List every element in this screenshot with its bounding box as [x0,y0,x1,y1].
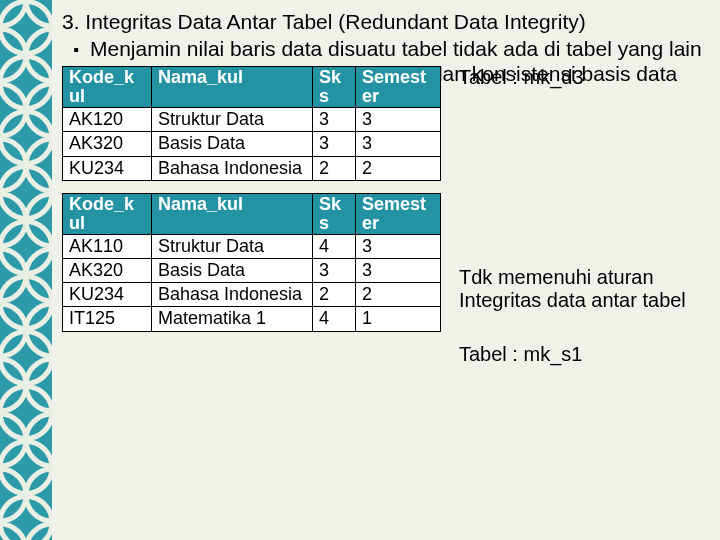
caption-table1: Tabel : mk_d3 [459,66,710,90]
cell: AK110 [63,234,152,258]
cell: 3 [356,108,441,132]
cell: Bahasa Indonesia [152,156,313,180]
col-header-semester: Semester [356,67,441,108]
cell: 2 [356,283,441,307]
col-header-nama: Nama_kul [152,193,313,234]
cell: KU234 [63,156,152,180]
cell: 3 [313,108,356,132]
caption-table2: Tabel : mk_s1 [459,343,710,367]
cell: Matematika 1 [152,307,313,331]
cell: Bahasa Indonesia [152,283,313,307]
cell: 4 [313,234,356,258]
cell: 1 [356,307,441,331]
col-header-kode: Kode_kul [63,67,152,108]
svg-rect-6 [0,0,52,540]
caption-violation: Tdk memenuhi aturan Integritas data anta… [459,266,710,313]
cell: Basis Data [152,132,313,156]
cell: KU234 [63,283,152,307]
cell: AK320 [63,132,152,156]
table-mk-d3: Kode_kul Nama_kul Sks Semester AK120 Str… [62,66,441,180]
table-row: AK110 Struktur Data 4 3 [63,234,441,258]
cell: Basis Data [152,258,313,282]
cell: Struktur Data [152,108,313,132]
table-row: KU234 Bahasa Indonesia 2 2 [63,156,441,180]
cell: 3 [313,132,356,156]
col-header-kode: Kode_kul [63,193,152,234]
cell: AK120 [63,108,152,132]
cell: 2 [356,156,441,180]
table-row: IT125 Matematika 1 4 1 [63,307,441,331]
table-row: AK120 Struktur Data 3 3 [63,108,441,132]
col-header-semester: Semester [356,193,441,234]
cell: Struktur Data [152,234,313,258]
table-row: AK320 Basis Data 3 3 [63,258,441,282]
cell: 3 [356,132,441,156]
bullet-item: ▪ Menjamin nilai baris data disuatu tabe… [62,37,710,62]
table-row: KU234 Bahasa Indonesia 2 2 [63,283,441,307]
section-heading: 3. Integritas Data Antar Tabel (Redundan… [62,10,710,35]
cell: 2 [313,283,356,307]
cell: 3 [356,234,441,258]
bullet-square-icon: ▪ [62,37,90,60]
cell: 3 [356,258,441,282]
col-header-nama: Nama_kul [152,67,313,108]
col-header-sks: Sks [313,67,356,108]
cell: 3 [313,258,356,282]
col-header-sks: Sks [313,193,356,234]
cell: 4 [313,307,356,331]
table-mk-s1: Kode_kul Nama_kul Sks Semester AK110 Str… [62,193,441,332]
table-row: AK320 Basis Data 3 3 [63,132,441,156]
bullet-text: Menjamin nilai baris data disuatu tabel … [90,37,710,62]
cell: IT125 [63,307,152,331]
ornament-strip [0,0,52,540]
cell: AK320 [63,258,152,282]
cell: 2 [313,156,356,180]
